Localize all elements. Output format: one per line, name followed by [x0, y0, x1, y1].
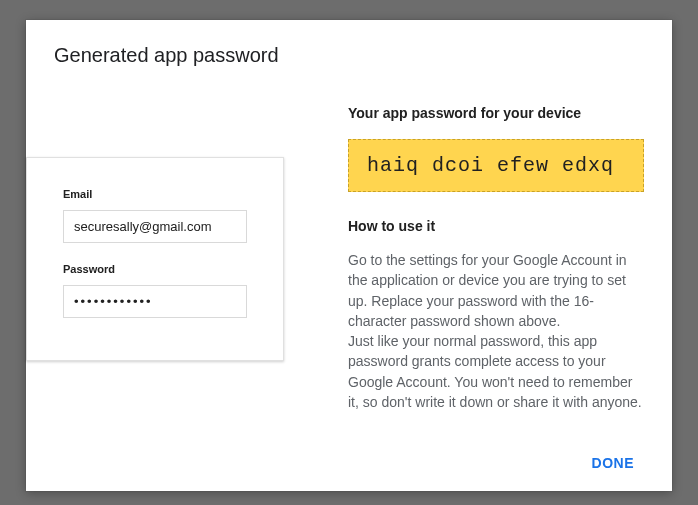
email-label: Email	[63, 188, 247, 200]
howto-text: Go to the settings for your Google Accou…	[348, 250, 644, 412]
password-label: Password	[63, 263, 247, 275]
app-password-modal: Generated app password Email Password Yo…	[26, 20, 672, 491]
generated-password-box: haiq dcoi efew edxq	[348, 139, 644, 192]
login-card: Email Password	[26, 157, 284, 361]
howto-heading: How to use it	[348, 218, 644, 234]
howto-paragraph-1: Go to the settings for your Google Accou…	[348, 252, 627, 329]
password-field[interactable]	[63, 285, 247, 318]
modal-body: Email Password Your app password for you…	[26, 67, 672, 412]
howto-paragraph-2: Just like your normal password, this app…	[348, 333, 642, 410]
device-password-heading: Your app password for your device	[348, 105, 644, 121]
email-field[interactable]	[63, 210, 247, 243]
instructions-column: Your app password for your device haiq d…	[316, 105, 644, 412]
done-button[interactable]: DONE	[580, 447, 646, 479]
modal-footer: DONE	[580, 447, 646, 479]
modal-title: Generated app password	[26, 20, 672, 67]
generated-password-text: haiq dcoi efew edxq	[367, 154, 614, 177]
login-example-column: Email Password	[26, 105, 316, 412]
